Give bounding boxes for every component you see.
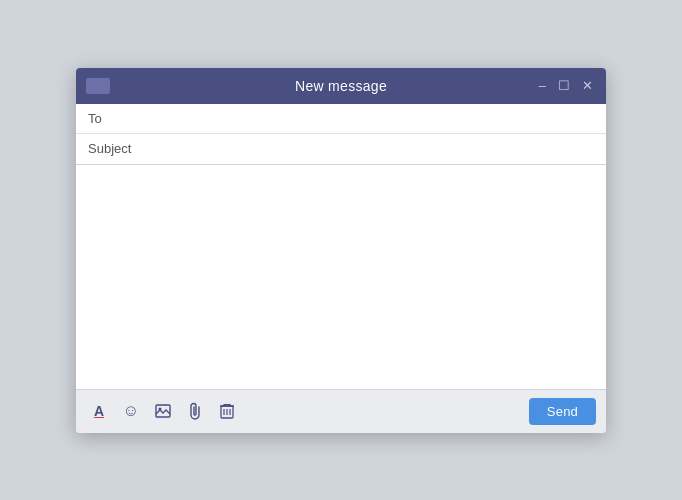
subject-label: Subject: [88, 141, 143, 156]
message-body-area: [76, 165, 606, 389]
subject-input[interactable]: [143, 141, 594, 156]
to-input[interactable]: [143, 111, 594, 126]
message-body-input[interactable]: [76, 165, 606, 385]
app-icon: [86, 78, 110, 94]
to-label: To: [88, 111, 143, 126]
window-title: New message: [295, 78, 387, 94]
window-controls: – ☐ ✕: [536, 77, 596, 94]
send-button[interactable]: Send: [529, 398, 596, 425]
minimize-button[interactable]: –: [536, 77, 549, 94]
subject-field-row: Subject: [76, 134, 606, 164]
to-field-row: To: [76, 104, 606, 134]
compose-toolbar: A ☺: [76, 389, 606, 433]
titlebar: New message – ☐ ✕: [76, 68, 606, 104]
maximize-button[interactable]: ☐: [555, 77, 573, 94]
image-icon[interactable]: [150, 398, 176, 424]
delete-icon[interactable]: [214, 398, 240, 424]
emoji-icon[interactable]: ☺: [118, 398, 144, 424]
attach-icon[interactable]: [182, 398, 208, 424]
format-text-icon[interactable]: A: [86, 398, 112, 424]
close-button[interactable]: ✕: [579, 77, 596, 94]
header-fields: To Subject: [76, 104, 606, 165]
compose-window: New message – ☐ ✕ To Subject A ☺: [76, 68, 606, 433]
